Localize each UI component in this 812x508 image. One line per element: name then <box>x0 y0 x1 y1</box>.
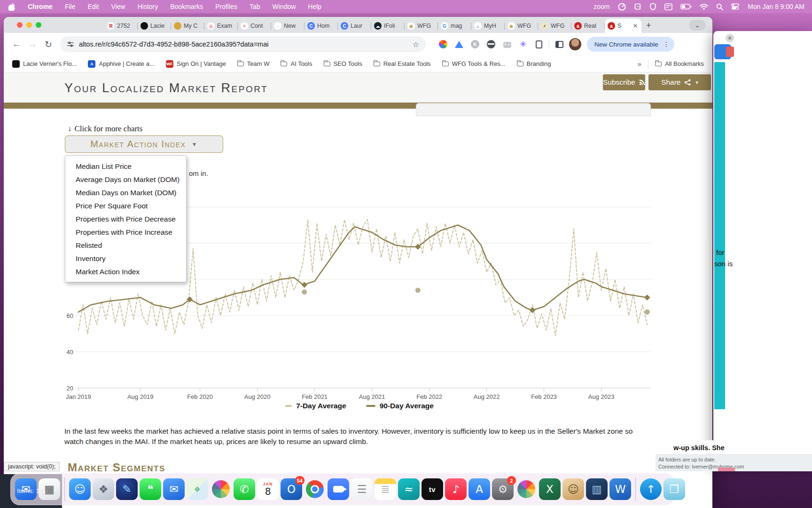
apple-tv-icon[interactable]: tv <box>422 478 443 500</box>
profile-avatar[interactable] <box>569 38 581 50</box>
contacts-icon[interactable]: ☺ <box>562 478 584 500</box>
mail-window-close-icon[interactable]: ✕ <box>726 34 734 42</box>
tab-lacie[interactable]: Lacie <box>138 19 171 33</box>
audio-app-icon[interactable]: ≈ <box>398 478 420 500</box>
menu-bookmarks[interactable]: Bookmarks <box>170 3 203 10</box>
bookmark-sign-on-vantage[interactable]: WFSign On | Vantage <box>166 60 226 68</box>
menu-item-median-days-on-market-dom-[interactable]: Median Days on Market (DOM) <box>65 186 186 199</box>
menu-item-price-per-square-foot[interactable]: Price Per Square Foot <box>65 199 186 213</box>
robot-icon[interactable] <box>502 39 512 49</box>
background-mail-window[interactable]: ✕ for son is <box>713 31 812 467</box>
menu-history[interactable]: History <box>138 3 158 10</box>
tab-wfg[interactable]: ⚡WFG <box>538 19 571 33</box>
menu-item-median-list-price[interactable]: Median List Price <box>65 160 186 173</box>
battery-icon[interactable] <box>680 4 692 9</box>
menu-tab[interactable]: Tab <box>250 3 260 10</box>
tab-cont[interactable]: ✳Cont <box>238 19 271 33</box>
launchpad-icon[interactable]: ❖ <box>93 478 114 500</box>
clipboard-icon[interactable] <box>534 39 544 49</box>
tab-hom[interactable]: CHom <box>304 19 338 33</box>
outlook-icon[interactable]: O54 <box>281 478 302 500</box>
minimize-window-button[interactable] <box>26 22 32 28</box>
notebook-app-icon[interactable]: ▥ <box>586 478 608 500</box>
menu-item-inventory[interactable]: Inventory <box>65 252 186 265</box>
finder-icon[interactable]: ☺ <box>69 478 91 500</box>
tab-wfg[interactable]: ◉WFG <box>505 19 538 33</box>
bookmarks-overflow-chevron[interactable]: » <box>638 60 641 68</box>
tab-active[interactable]: aS✕ <box>605 19 641 33</box>
tab-myh[interactable]: ⌂MyH <box>471 19 505 33</box>
excel-icon[interactable]: X <box>539 478 561 500</box>
window-controls[interactable] <box>17 22 41 28</box>
reload-button[interactable]: ↻ <box>40 39 56 50</box>
menu-profiles[interactable]: Profiles <box>215 3 237 10</box>
bookmark-wfg-tools-res-[interactable]: WFG Tools & Res... <box>442 60 506 67</box>
close-window-button[interactable] <box>17 22 23 28</box>
zoom-icon[interactable] <box>328 478 349 500</box>
tab-my-c[interactable]: My C <box>171 19 204 33</box>
menu-app-name[interactable]: Chrome <box>28 3 53 10</box>
bookmark-ai-tools[interactable]: AI Tools <box>281 60 312 67</box>
reminders-icon[interactable]: ☰ <box>351 478 373 500</box>
address-bar[interactable]: altos.re/r/c94c6572-d7d3-4952-b898-5ace2… <box>60 36 426 52</box>
click-for-more-charts[interactable]: ↓Click for more charts <box>68 124 142 134</box>
control-center-icon[interactable] <box>731 3 739 10</box>
bookmark-apphive-create-a-[interactable]: AApphive | Create a... <box>88 60 154 68</box>
notes-icon[interactable]: ≣ <box>375 478 396 500</box>
recording-icon[interactable] <box>618 3 626 11</box>
apple-menu-icon[interactable] <box>8 3 16 11</box>
tab-mag[interactable]: Gmag <box>438 19 471 33</box>
k-circle-icon[interactable]: K <box>470 39 480 49</box>
tab-exam[interactable]: ◎Exam <box>204 19 238 33</box>
bookmark-branding[interactable]: Branding <box>517 60 551 67</box>
bookmark-lacie-verner-s-flo-[interactable]: Lacie Verner's Flo... <box>12 60 77 68</box>
settings-icon[interactable]: ⚙2 <box>492 478 514 500</box>
c-app-icon[interactable]: C <box>634 3 641 10</box>
incognito-icon[interactable] <box>486 39 496 49</box>
new-chrome-available-button[interactable]: New Chrome available ⋮ <box>587 37 674 52</box>
pen-app-icon[interactable]: ✎ <box>116 478 138 500</box>
calendar-icon[interactable]: JAN8 <box>257 478 279 500</box>
menu-item-properties-with-price-decrease[interactable]: Properties with Price Decrease <box>65 213 186 226</box>
menu-edit[interactable]: Edit <box>87 3 99 10</box>
bookmark-star-icon[interactable]: ☆ <box>413 40 419 49</box>
drive-icon[interactable] <box>454 39 464 49</box>
menu-item-properties-with-price-increase[interactable]: Properties with Price Increase <box>65 226 186 239</box>
music-icon[interactable]: ♪ <box>445 478 467 500</box>
forward-button[interactable]: → <box>24 39 40 49</box>
menu-bar-clock[interactable]: Mon Jan 8 9:00 AM <box>748 3 804 10</box>
tab-wfg[interactable]: ◉WFG <box>405 19 438 33</box>
menu-item-market-action-index[interactable]: Market Action Index <box>65 265 186 278</box>
menu-window[interactable]: Window <box>273 3 296 10</box>
close-tab-icon[interactable]: ✕ <box>632 23 639 29</box>
cyan-app-icon[interactable]: ❐ <box>664 478 685 500</box>
starburst-icon[interactable]: ✳ <box>518 39 528 49</box>
back-button[interactable]: ← <box>8 39 24 49</box>
menu-item-relisted[interactable]: Relisted <box>65 239 186 252</box>
word-icon[interactable]: W <box>609 478 631 500</box>
tab-real[interactable]: aReal <box>571 19 605 33</box>
tab-2752[interactable]: R2752 <box>104 19 138 33</box>
url-text[interactable]: altos.re/r/c94c6572-d7d3-4952-b898-5ace2… <box>79 40 408 48</box>
menu-view[interactable]: View <box>111 3 125 10</box>
cloud-sync-icon[interactable]: ↑ <box>640 478 662 500</box>
side-panel-icon[interactable] <box>554 39 564 49</box>
color-pinwheel-icon[interactable] <box>438 39 448 49</box>
zoom-menubar-label[interactable]: zoom <box>593 3 609 10</box>
browser-menu-icon[interactable]: ⋮ <box>663 40 670 48</box>
messages-icon[interactable]: ❝ <box>140 478 161 500</box>
new-tab-button[interactable]: + <box>646 21 651 31</box>
zoom-window-button[interactable] <box>36 22 41 28</box>
photos-icon[interactable] <box>210 478 232 500</box>
color-wheel-app-icon[interactable] <box>515 478 537 500</box>
maps-icon[interactable]: ⌖ <box>187 478 208 500</box>
calendar-status-icon[interactable] <box>664 3 672 10</box>
share-button[interactable]: Share ▾ <box>648 74 711 90</box>
tab-new[interactable]: ◌New <box>271 19 304 33</box>
tab-laur[interactable]: CLaur <box>338 19 371 33</box>
search-tabs-button[interactable]: ⌄ <box>689 20 706 31</box>
bookmark-real-estate-tools[interactable]: Real Estate Tools <box>374 60 431 67</box>
chart-selector-dropdown[interactable]: Market Action Index ▼ <box>65 135 223 153</box>
subscribe-button[interactable]: Subscribe <box>603 74 645 90</box>
wifi-icon[interactable] <box>700 4 708 10</box>
